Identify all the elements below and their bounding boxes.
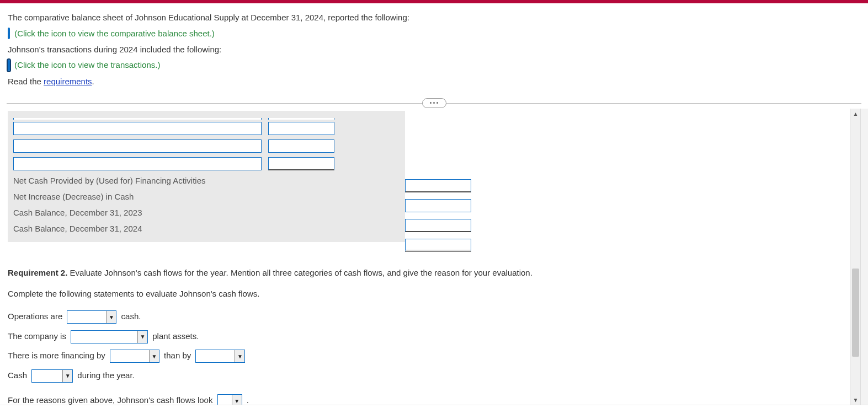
operations-select[interactable]: ▼ [67,310,116,324]
row-label: Cash Balance, December 31, 2023 [13,208,339,217]
text: For the reasons given above, Johnson's c… [8,395,215,405]
requirement-2-section: Requirement 2. Evaluate Johnson's cash f… [8,264,843,405]
sentence-cash: Cash ▼ during the year. [8,367,843,384]
activity-label-input[interactable] [13,157,262,170]
requirements-row: Read the requirements. [8,74,860,90]
activity-label-input[interactable] [13,122,262,135]
total-input[interactable] [405,179,471,192]
section-divider [7,97,861,109]
total-input[interactable] [405,219,471,232]
table-icon[interactable] [8,58,10,74]
table-icon[interactable] [8,26,10,42]
cash-select[interactable]: ▼ [31,369,73,383]
table-row: Net Cash Provided by (Used for) Financin… [13,173,400,189]
text: Operations are [8,312,65,321]
expand-pill[interactable] [422,98,446,108]
financing-by-select[interactable]: ▼ [110,350,159,363]
text: plant assets. [152,331,199,341]
text: . [247,395,249,405]
req2-heading-rest: Evaluate Johnson's cash flows for the ye… [67,268,532,277]
table-row: Cash Balance, December 31, 2024 [13,221,400,237]
chevron-down-icon[interactable]: ▼ [232,395,242,405]
chevron-down-icon[interactable]: ▼ [149,350,159,362]
sentence-operations: Operations are ▼ cash. [8,308,843,325]
sentence-conclusion: For the reasons given above, Johnson's c… [8,391,843,405]
chevron-down-icon[interactable]: ▼ [137,331,147,343]
amount-input[interactable] [268,122,334,135]
intro-section: The comparative balance sheet of Johnson… [0,3,868,93]
intro-line-1: The comparative balance sheet of Johnson… [8,10,860,26]
scroll-down-icon[interactable]: ▼ [851,395,860,405]
balance-sheet-link[interactable]: (Click the icon to view the comparative … [14,29,215,38]
text: cash. [121,312,141,321]
table-row: Net Increase (Decrease) in Cash [13,189,400,205]
table-row [13,114,400,120]
amount-input[interactable] [268,139,334,153]
total-input[interactable] [405,239,471,252]
chevron-down-icon[interactable]: ▼ [62,370,72,382]
activity-label-input[interactable] [13,139,262,153]
row-label: Net Cash Provided by (Used for) Financin… [13,176,339,185]
requirements-link[interactable]: requirements [44,77,92,86]
than-by-select[interactable]: ▼ [195,350,245,363]
text: than by [164,351,193,360]
chevron-down-icon[interactable]: ▼ [106,311,116,323]
content-scrollbar[interactable]: ▲ ▼ [850,109,860,405]
transactions-row: (Click the icon to view the transactions… [8,57,860,73]
sentence-financing: There is more financing by ▼ than by ▼ [8,347,843,364]
req2-heading-bold: Requirement 2. [8,268,67,277]
page-scrollbar[interactable] [860,109,868,405]
table-row [13,155,400,173]
text: during the year. [77,371,134,380]
text: The company is [8,331,68,341]
intro-line-2: Johnson's transactions during 2024 inclu… [8,42,860,58]
table-row [13,120,400,137]
balance-sheet-row: (Click the icon to view the comparative … [8,26,860,42]
amount-input[interactable] [268,157,334,170]
transactions-link[interactable]: (Click the icon to view the transactions… [14,60,160,69]
read-the-text: Read the [8,77,44,86]
table-row: Cash Balance, December 31, 2023 [13,205,400,221]
row-label: Cash Balance, December 31, 2024 [13,224,339,233]
totals-column [405,111,471,255]
chevron-down-icon[interactable]: ▼ [235,350,244,362]
text: Cash [8,371,29,380]
content-area: Net Cash Provided by (Used for) Financin… [0,109,850,405]
company-select[interactable]: ▼ [71,330,148,343]
worksheet: Net Cash Provided by (Used for) Financin… [8,111,405,242]
total-input[interactable] [405,199,471,212]
table-row [13,137,400,155]
row-label: Net Increase (Decrease) in Cash [13,192,339,201]
period: . [92,77,94,86]
req2-complete: Complete the following statements to eva… [8,285,843,303]
req2-heading: Requirement 2. Evaluate Johnson's cash f… [8,264,843,282]
content-row: Net Cash Provided by (Used for) Financin… [0,109,868,405]
scroll-thumb[interactable] [852,269,859,357]
conclusion-select[interactable]: ▼ [217,394,242,405]
text: There is more financing by [8,351,108,360]
page: The comparative balance sheet of Johnson… [0,0,868,408]
sentence-company: The company is ▼ plant assets. [8,328,843,345]
activity-label-input[interactable] [13,118,262,120]
footer-gap [0,405,868,408]
scroll-up-icon[interactable]: ▲ [851,109,860,119]
amount-input[interactable] [268,118,334,120]
